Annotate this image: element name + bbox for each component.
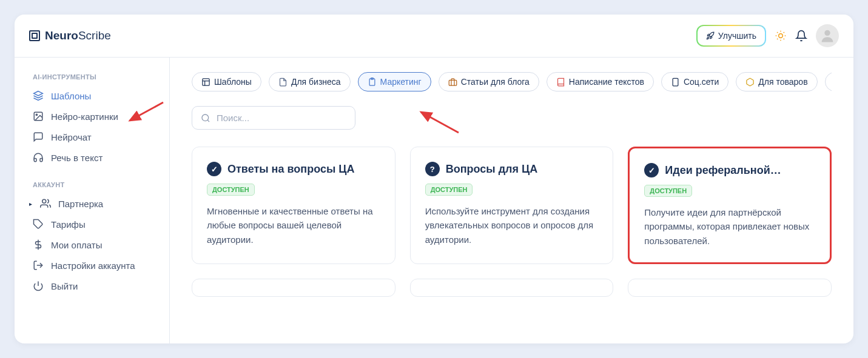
- svg-marker-2: [34, 91, 43, 96]
- status-badge: ДОСТУПЕН: [425, 184, 473, 196]
- status-badge: ДОСТУПЕН: [207, 184, 255, 196]
- logo[interactable]: NeuroScribe: [29, 29, 111, 42]
- sidebar-section-ai: AI-ИНСТРУМЕНТЫ: [27, 68, 163, 85]
- logout-icon: [33, 260, 44, 271]
- chip-label: Соц.сети: [684, 77, 719, 87]
- sidebar-item-chat[interactable]: Нейрочат: [27, 127, 163, 147]
- headphones-icon: [33, 152, 44, 163]
- search-box[interactable]: [192, 106, 355, 130]
- header: NeuroScribe Улучшить: [15, 15, 853, 57]
- app-window: NeuroScribe Улучшить AI-ИНСТРУМЕНТЫ Шабл…: [15, 15, 853, 343]
- package-icon: [745, 78, 755, 87]
- clipboard-icon: [368, 78, 377, 87]
- sun-icon[interactable]: [775, 30, 787, 42]
- search-icon: [201, 113, 210, 123]
- sidebar-item-label: Выйти: [51, 281, 78, 291]
- sidebar-item-logout[interactable]: Выйти: [27, 276, 163, 296]
- chat-icon: [33, 131, 44, 142]
- chip-templates[interactable]: Шаблоны: [192, 72, 261, 91]
- sidebar-item-label: Партнерка: [58, 199, 103, 209]
- chip-products[interactable]: Для товаров: [736, 72, 817, 91]
- chip-label: Написание текстов: [569, 77, 644, 87]
- image-icon: [33, 111, 44, 122]
- svg-point-0: [779, 34, 783, 38]
- sidebar-item-label: Шаблоны: [51, 91, 91, 101]
- chip-social[interactable]: Соц.сети: [661, 72, 728, 91]
- chip-label: Статьи для блога: [461, 77, 530, 87]
- power-icon: [33, 280, 44, 291]
- svg-line-22: [207, 120, 209, 122]
- briefcase-icon: [448, 78, 457, 87]
- grid-icon: [201, 78, 210, 87]
- main-content: Шаблоны Для бизнеса Маркетинг Статьи для…: [169, 57, 853, 343]
- card-title: Идеи реферальной…: [665, 164, 781, 177]
- body: AI-ИНСТРУМЕНТЫ Шаблоны Нейро-картинки Не…: [15, 57, 853, 343]
- sidebar-item-payments[interactable]: Мои оплаты: [27, 234, 163, 255]
- chip-label: Шаблоны: [214, 77, 252, 87]
- chip-label: Маркетинг: [380, 77, 422, 87]
- chip-blog[interactable]: Статьи для блога: [439, 72, 539, 91]
- upgrade-button[interactable]: Улучшить: [696, 25, 766, 47]
- card-referral-ideas[interactable]: ✓ Идеи реферальной… ДОСТУПЕН Получите ид…: [628, 147, 832, 264]
- svg-point-21: [202, 114, 209, 121]
- card-stub[interactable]: [628, 279, 832, 297]
- logo-icon: [29, 30, 40, 41]
- sidebar-item-speech[interactable]: Речь в текст: [27, 147, 163, 168]
- phone-icon: [671, 78, 680, 87]
- sidebar-item-label: Нейро-картинки: [51, 111, 118, 122]
- sidebar-section-account: АККАУНТ: [27, 176, 163, 193]
- rocket-icon: [706, 31, 715, 40]
- card-description: Используйте инструмент для создания увле…: [425, 204, 599, 247]
- card-description: Получите идеи для партнёрской программы,…: [644, 205, 815, 248]
- sidebar-item-label: Речь в текст: [51, 153, 103, 163]
- bell-icon[interactable]: [795, 30, 807, 42]
- card-answers-ta[interactable]: ✓ Ответы на вопросы ЦА ДОСТУПЕН Мгновенн…: [192, 147, 395, 264]
- book-icon: [556, 78, 565, 87]
- layers-icon: [33, 90, 44, 101]
- card-stub[interactable]: [192, 279, 395, 297]
- chip-marketing[interactable]: Маркетинг: [358, 72, 431, 91]
- check-circle-icon: ✓: [207, 162, 221, 176]
- dollar-icon: [33, 239, 44, 250]
- svg-rect-10: [203, 78, 209, 85]
- check-clipboard-icon: ✓: [644, 163, 659, 177]
- brand-rest: Scribe: [78, 29, 111, 42]
- status-badge: ДОСТУПЕН: [644, 185, 692, 197]
- chip-label: Для товаров: [758, 77, 807, 87]
- sidebar-item-label: Нейрочат: [51, 132, 92, 142]
- card-grid-row-2: [192, 279, 832, 297]
- card-title: Вопросы для ЦА: [446, 163, 538, 176]
- card-description: Мгновенные и качественные ответы на любы…: [207, 204, 380, 247]
- card-stub[interactable]: [410, 279, 614, 297]
- avatar[interactable]: [816, 24, 839, 47]
- svg-point-5: [42, 199, 46, 203]
- chip-label: Для бизнеса: [291, 77, 341, 87]
- search-input[interactable]: [217, 113, 346, 123]
- card-questions-ta[interactable]: ? Вопросы для ЦА ДОСТУПЕН Используйте ин…: [410, 147, 614, 264]
- sidebar-item-settings[interactable]: Настройки аккаунта: [27, 255, 163, 276]
- category-chips: Шаблоны Для бизнеса Маркетинг Статьи для…: [192, 72, 832, 91]
- header-actions: Улучшить: [696, 24, 839, 47]
- svg-rect-15: [449, 80, 457, 85]
- card-title: Ответы на вопросы ЦА: [227, 163, 354, 176]
- sidebar: AI-ИНСТРУМЕНТЫ Шаблоны Нейро-картинки Не…: [15, 57, 169, 343]
- chip-writing[interactable]: Написание текстов: [547, 72, 654, 91]
- svg-point-1: [824, 30, 830, 36]
- sidebar-item-label: Настройки аккаунта: [51, 260, 135, 271]
- users-icon: [40, 198, 51, 209]
- sidebar-item-label: Мои оплаты: [51, 240, 102, 250]
- sidebar-item-label: Тарифы: [51, 219, 86, 230]
- tag-icon: [33, 219, 44, 230]
- chip-business[interactable]: Для бизнеса: [269, 72, 351, 91]
- brand-bold: Neuro: [45, 29, 78, 42]
- sidebar-item-images[interactable]: Нейро-картинки: [27, 106, 163, 127]
- card-grid: ✓ Ответы на вопросы ЦА ДОСТУПЕН Мгновенн…: [192, 147, 832, 264]
- chip-website[interactable]: Для сайта: [825, 72, 832, 91]
- sidebar-item-tariffs[interactable]: Тарифы: [27, 214, 163, 234]
- sidebar-item-templates[interactable]: Шаблоны: [27, 85, 163, 106]
- sidebar-item-affiliate[interactable]: Партнерка: [27, 193, 163, 214]
- svg-point-4: [36, 114, 37, 115]
- question-circle-icon: ?: [425, 162, 440, 176]
- upgrade-label: Улучшить: [718, 31, 756, 41]
- doc-icon: [278, 78, 288, 87]
